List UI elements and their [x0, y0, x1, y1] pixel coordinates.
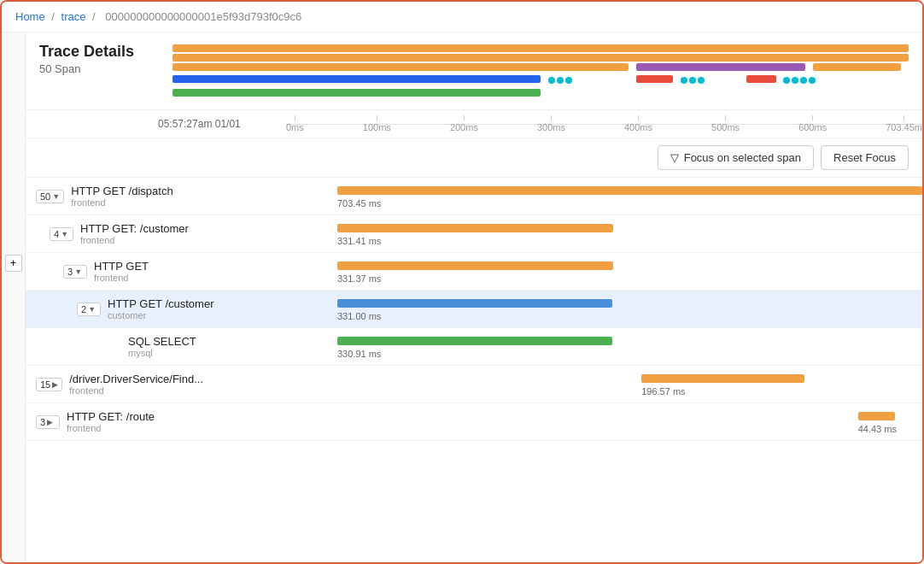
focus-on-selected-span-button[interactable]: ▽ Focus on selected span	[658, 145, 814, 170]
span-bar-container	[337, 297, 922, 309]
content-area: Trace Details 50 Span	[26, 32, 922, 562]
span-info: HTTP GETfrontend	[94, 260, 149, 283]
span-bar	[641, 374, 804, 383]
span-count: 50 Span	[39, 62, 159, 75]
span-right-s4: 331.00 ms	[337, 291, 922, 327]
span-right-s2: 331.41 ms	[337, 215, 922, 252]
span-bar-container	[337, 185, 922, 197]
mini-bar-3	[173, 63, 629, 71]
span-badge[interactable]: 3▶	[36, 415, 60, 429]
expand-sidebar-button[interactable]: +	[5, 255, 22, 272]
span-info: HTTP GET: /customerfrontend	[80, 222, 189, 245]
span-row[interactable]: 3▼HTTP GETfrontend331.37 ms	[26, 253, 922, 291]
tick-0ms: 0ms	[286, 115, 304, 132]
breadcrumb-trace-id: 000000000000000001e5f93d793f0c9c6	[105, 10, 301, 23]
span-duration: 196.57 ms	[337, 386, 922, 397]
span-info: SQL SELECTmysql	[128, 335, 196, 358]
span-bar	[337, 337, 612, 345]
span-left-s2: 4▼HTTP GET: /customerfrontend	[26, 215, 337, 252]
mini-bar-6	[173, 75, 541, 83]
span-row[interactable]: 3▶HTTP GET: /routefrontend44.43 ms	[26, 403, 922, 441]
tick-500ms: 500ms	[711, 115, 740, 132]
span-service: frontend	[94, 273, 149, 283]
span-left-s6: 15▶/driver.DriverService/Find...frontend	[26, 366, 337, 402]
mini-bar-red1	[636, 75, 673, 83]
page-title: Trace Details	[39, 43, 159, 61]
span-name: SQL SELECT	[128, 335, 196, 348]
span-badge[interactable]: 3▼	[63, 265, 87, 279]
sidebar-toggle-area: +	[2, 32, 26, 562]
span-left-s5: SQL SELECTmysql	[26, 328, 337, 365]
ruler-ticks-container: 0ms 100ms 200ms 300ms 400ms 500ms 600ms …	[286, 115, 922, 132]
timeline-ruler: 05:57:27am 01/01 0ms 100ms 200ms 300ms 4…	[26, 110, 922, 138]
span-duration: 44.43 ms	[337, 424, 922, 434]
span-duration: 331.37 ms	[337, 273, 922, 284]
mini-bar-2	[173, 54, 909, 62]
span-bar	[337, 224, 613, 232]
span-badge[interactable]: 2▼	[77, 303, 101, 316]
span-duration: 330.91 ms	[337, 349, 922, 359]
span-bar-container	[337, 260, 922, 272]
tick-600ms: 600ms	[798, 115, 827, 132]
focus-toolbar: ▽ Focus on selected span Reset Focus	[26, 138, 922, 178]
span-name: HTTP GET: /customer	[80, 222, 189, 235]
span-bar-container	[337, 335, 922, 347]
spans-container: 50▼HTTP GET /dispatchfrontend703.45 ms4▼…	[26, 178, 922, 562]
span-row[interactable]: 50▼HTTP GET /dispatchfrontend703.45 ms	[26, 178, 922, 215]
span-bar	[337, 261, 613, 270]
tick-400ms: 400ms	[624, 115, 652, 132]
span-bar-container	[337, 373, 922, 385]
tick-300ms: 300ms	[537, 115, 565, 132]
mini-bar-5	[813, 63, 901, 71]
trace-timestamp: 05:57:27am 01/01	[158, 118, 286, 130]
span-left-s4: 2▼HTTP GET /customercustomer	[26, 291, 337, 327]
span-row[interactable]: 2▼HTTP GET /customercustomer331.00 ms	[26, 291, 922, 328]
mini-timeline	[173, 43, 909, 103]
span-service: frontend	[67, 423, 155, 433]
span-right-s7: 44.43 ms	[337, 403, 922, 440]
reset-focus-button[interactable]: Reset Focus	[821, 145, 909, 170]
span-row[interactable]: SQL SELECTmysql330.91 ms	[26, 328, 922, 366]
span-left-s3: 3▼HTTP GETfrontend	[26, 253, 337, 290]
span-right-s3: 331.37 ms	[337, 253, 922, 290]
span-right-s5: 330.91 ms	[337, 328, 922, 365]
filter-icon: ▽	[670, 151, 679, 164]
span-name: HTTP GET	[94, 260, 149, 273]
mini-bar-green	[173, 89, 541, 97]
reset-focus-label: Reset Focus	[833, 151, 896, 164]
mini-bar-4	[636, 63, 805, 71]
mini-dots-cyan1	[548, 77, 572, 84]
breadcrumb-home[interactable]: Home	[15, 10, 45, 23]
span-name: HTTP GET /customer	[108, 297, 214, 310]
app-container: Home / trace / 000000000000000001e5f93d7…	[0, 0, 924, 564]
mini-dots-cyan3	[783, 77, 816, 84]
span-info: HTTP GET /customercustomer	[108, 297, 214, 320]
span-left-s7: 3▶HTTP GET: /routefrontend	[26, 403, 337, 440]
mini-bar-red2	[746, 75, 775, 83]
span-info: /driver.DriverService/Find...frontend	[69, 373, 203, 396]
span-service: frontend	[71, 197, 173, 208]
span-bar	[858, 412, 895, 420]
span-bar-container	[337, 410, 922, 422]
breadcrumb: Home / trace / 000000000000000001e5f93d7…	[2, 2, 922, 32]
span-service: frontend	[69, 385, 203, 396]
span-duration: 703.45 ms	[337, 198, 922, 209]
breadcrumb-trace[interactable]: trace	[61, 10, 86, 23]
span-duration: 331.00 ms	[337, 311, 922, 321]
span-row[interactable]: 4▼HTTP GET: /customerfrontend331.41 ms	[26, 215, 922, 253]
main-content: + Trace Details 50 Span	[2, 32, 922, 562]
span-service: mysql	[128, 348, 196, 358]
span-row[interactable]: 15▶/driver.DriverService/Find...frontend…	[26, 366, 922, 403]
span-right-s1: 703.45 ms	[337, 178, 922, 214]
span-badge[interactable]: 50▼	[36, 190, 64, 203]
span-bar	[337, 186, 922, 195]
focus-button-label: Focus on selected span	[684, 151, 801, 164]
span-name: /driver.DriverService/Find...	[69, 373, 203, 385]
span-right-s6: 196.57 ms	[337, 366, 922, 402]
tick-end: 703.45m	[886, 115, 922, 132]
span-info: HTTP GET: /routefrontend	[67, 410, 155, 433]
span-badge[interactable]: 4▼	[50, 227, 73, 241]
span-badge[interactable]: 15▶	[36, 378, 62, 391]
trace-header: Trace Details 50 Span	[26, 32, 922, 110]
span-service: customer	[108, 310, 214, 320]
